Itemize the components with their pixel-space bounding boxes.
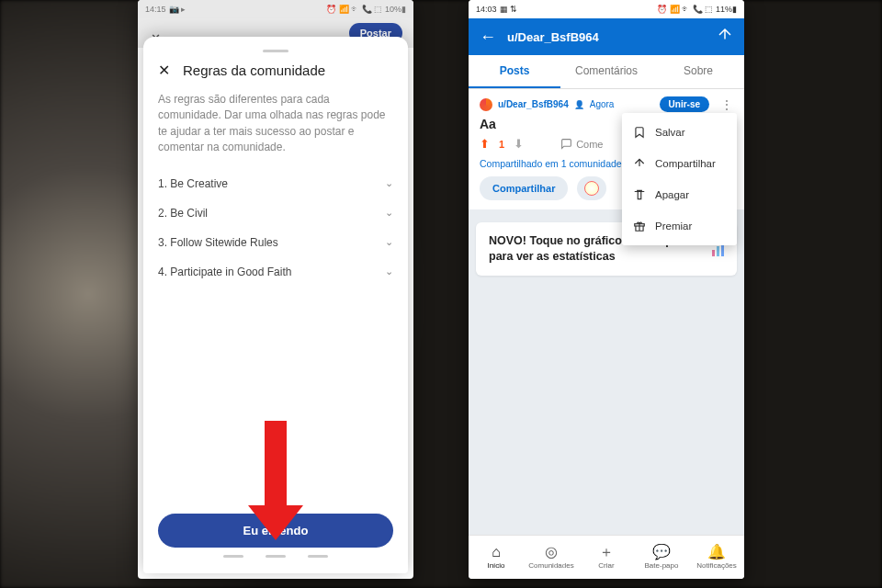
sheet-grabber[interactable] [263, 50, 288, 52]
comment-label: Come [576, 139, 603, 150]
menu-label: Compartilhar [655, 158, 716, 169]
bookmark-icon [633, 126, 646, 139]
post-time: Agora [590, 99, 615, 109]
understand-button[interactable]: Eu entendo [158, 514, 393, 548]
sheet-description: As regras são diferentes para cada comun… [158, 92, 393, 156]
rule-item[interactable]: 3. Follow Sitewide Rules⌄ [158, 228, 393, 257]
sheet-title: Regras da comunidade [183, 62, 325, 78]
share-icon[interactable] [717, 27, 733, 47]
nav-home[interactable]: ⌂ Início [469, 536, 524, 579]
menu-delete[interactable]: Apagar [622, 179, 737, 210]
close-icon[interactable]: ✕ [158, 62, 170, 79]
post-username[interactable]: u/Dear_BsfB964 [498, 99, 569, 109]
nav-create[interactable]: ＋ Criar [579, 536, 634, 579]
chevron-down-icon: ⌄ [385, 266, 393, 277]
rule-label: 2. Be Civil [158, 207, 208, 220]
status-right-icons: ⏰ 📶 ᯤ 📞 ⬚ 10%▮ [326, 5, 406, 14]
share-chip[interactable]: Compartilhar [480, 176, 568, 200]
rule-label: 4. Participate in Good Faith [158, 266, 291, 278]
community-rules-sheet: ✕ Regras da comunidade As regras são dif… [143, 37, 408, 573]
profile-body: u/Dear_BsfB964 👤 Agora Unir-se ⋮ Aa ⬆ 1 … [469, 89, 744, 535]
downvote-icon[interactable]: ⬇ [514, 137, 524, 151]
nav-label: Comunidades [528, 561, 573, 570]
menu-share[interactable]: Compartilhar [622, 148, 737, 179]
nav-label: Início [487, 561, 504, 570]
menu-label: Apagar [655, 189, 689, 200]
snoovatar-icon [584, 181, 599, 196]
nav-label: Bate-papo [645, 561, 679, 570]
back-icon[interactable]: ← [480, 28, 496, 47]
nav-communities[interactable]: ◎ Comunidades [524, 536, 579, 579]
status-left-icons: 📷 ▸ [169, 5, 187, 14]
menu-label: Salvar [655, 127, 685, 138]
nav-label: Notificações [696, 561, 737, 570]
rule-label: 3. Follow Sitewide Rules [158, 236, 278, 249]
menu-award[interactable]: Premiar [622, 210, 737, 242]
rule-item[interactable]: 1. Be Creative⌄ [158, 169, 393, 198]
status-right-icons: ⏰ 📶 ᯤ 📞 ⬚ 11%▮ [657, 5, 737, 14]
status-bar: 14:15📷 ▸ ⏰ 📶 ᯤ 📞 ⬚ 10%▮ [138, 0, 413, 18]
menu-label: Premiar [655, 220, 692, 232]
tab-about[interactable]: Sobre [652, 55, 744, 88]
status-time: 14:03 [476, 5, 497, 14]
chat-icon: 💬 [652, 545, 671, 560]
communities-icon: ◎ [545, 545, 558, 560]
bottom-nav: ⌂ Início ◎ Comunidades ＋ Criar 💬 Bate-pa… [469, 535, 744, 579]
tab-posts[interactable]: Posts [469, 55, 560, 88]
profile-tabs: Posts Comentários Sobre [469, 55, 744, 89]
upvote-icon[interactable]: ⬆ [480, 137, 490, 151]
chevron-down-icon: ⌄ [385, 177, 393, 189]
rule-item[interactable]: 2. Be Civil⌄ [158, 198, 393, 228]
post-meta: u/Dear_BsfB964 👤 Agora Unir-se ⋮ [480, 96, 733, 112]
share-arrow-icon [633, 157, 646, 170]
chevron-down-icon: ⌄ [385, 207, 393, 219]
gift-icon [633, 220, 646, 232]
bell-icon: 🔔 [707, 545, 726, 560]
nav-chat[interactable]: 💬 Bate-papo [634, 536, 689, 579]
nav-bar-hint [158, 555, 393, 564]
person-icon: 👤 [574, 100, 584, 109]
comment-button[interactable]: Come [560, 138, 603, 150]
vote-count: 1 [499, 139, 504, 150]
nav-notifications[interactable]: 🔔 Notificações [689, 536, 744, 579]
join-button[interactable]: Unir-se [660, 96, 709, 112]
chevron-down-icon: ⌄ [385, 236, 393, 248]
tab-comments[interactable]: Comentários [560, 55, 652, 88]
trash-icon [633, 188, 646, 201]
profile-title: u/Dear_BsfB964 [507, 30, 706, 44]
nav-label: Criar [598, 561, 614, 570]
menu-save[interactable]: Salvar [622, 117, 737, 148]
avatar-icon [480, 98, 492, 111]
status-time: 14:15 [145, 5, 166, 14]
status-left-icons: ▦ ⇅ [500, 5, 518, 14]
plus-icon: ＋ [599, 545, 614, 560]
profile-topbar: ← u/Dear_BsfB964 [469, 18, 744, 55]
home-icon: ⌂ [492, 545, 501, 560]
more-icon[interactable]: ⋮ [720, 97, 733, 112]
status-bar: 14:03▦ ⇅ ⏰ 📶 ᯤ 📞 ⬚ 11%▮ [469, 0, 744, 18]
post-overflow-menu: Salvar Compartilhar Apagar Premiar [622, 113, 737, 245]
rule-label: 1. Be Creative [158, 177, 228, 190]
phone-left: 14:15📷 ▸ ⏰ 📶 ᯤ 📞 ⬚ 10%▮ ⌄ Postar ✕ Regra… [138, 0, 413, 579]
rule-item[interactable]: 4. Participate in Good Faith⌄ [158, 257, 393, 287]
phone-right: 14:03▦ ⇅ ⏰ 📶 ᯤ 📞 ⬚ 11%▮ ← u/Dear_BsfB964… [469, 0, 744, 579]
post-card: u/Dear_BsfB964 👤 Agora Unir-se ⋮ Aa ⬆ 1 … [469, 89, 744, 209]
avatar-chip[interactable] [577, 176, 606, 200]
